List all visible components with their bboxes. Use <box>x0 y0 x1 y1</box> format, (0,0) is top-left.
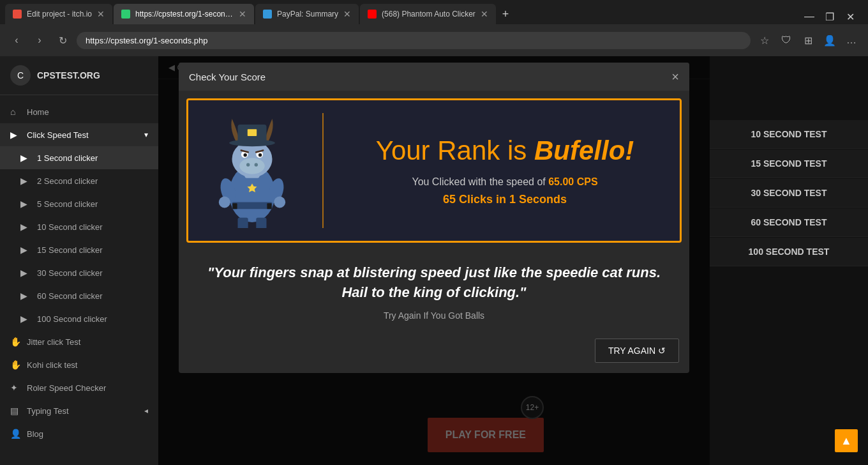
tab-close-1[interactable]: ✕ <box>97 9 105 19</box>
sidebar-label-10s: 10 Second clicker <box>37 222 148 232</box>
test-60s-button[interactable]: 60 SECOND TEST <box>710 208 868 237</box>
cursor-icon-1: ▶ <box>20 153 31 163</box>
sidebar-item-100-second[interactable]: ▶ 100 Second clicker <box>0 307 158 330</box>
sidebar-item-jitter[interactable]: ✋ Jitter click Test <box>0 330 158 353</box>
roler-icon: ✦ <box>10 383 20 393</box>
sidebar-logo: C CPSTEST.ORG <box>0 56 158 95</box>
rank-text: Your Rank is Bufello! <box>343 135 667 166</box>
score-card: Your Rank is Bufello! You Clicked with t… <box>186 98 682 243</box>
tab-bar: Edit project - itch.io ✕ https://cpstest… <box>0 0 868 24</box>
address-input[interactable] <box>77 32 751 49</box>
bookmark-star-icon[interactable]: ☆ <box>756 31 774 49</box>
cursor-icon-3: ▶ <box>20 199 31 209</box>
collections-icon[interactable]: ⊞ <box>799 31 817 49</box>
settings-icon[interactable]: … <box>842 31 860 49</box>
rank-prefix: Your Rank is <box>376 135 534 165</box>
sidebar-label-30s: 30 Second clicker <box>37 268 148 278</box>
rank-name: Bufello! <box>534 135 634 165</box>
scroll-to-top-button[interactable]: ▲ <box>835 429 858 452</box>
shield-icon[interactable]: 🛡 <box>777 31 795 49</box>
quote-text: "Your fingers snap at blistering speed j… <box>194 263 674 303</box>
svg-point-11 <box>255 163 258 166</box>
score-info: Your Rank is Bufello! You Clicked with t… <box>343 135 667 206</box>
sidebar-item-roler[interactable]: ✦ Roler Speed Checker <box>0 376 158 399</box>
sidebar-item-15-second[interactable]: ▶ 15 Second clicker <box>0 238 158 261</box>
content-area: ◀ Click here to Full Score Check Your Sc… <box>158 56 710 465</box>
sidebar-menu: ⌂ Home ▶ Click Speed Test ▾ ▶ 1 Second c… <box>0 95 158 450</box>
tab-2[interactable]: https://cpstest.org/1-seconds.ph ✕ <box>114 4 254 24</box>
svg-rect-25 <box>232 203 237 209</box>
tab-1[interactable]: Edit project - itch.io ✕ <box>5 4 112 24</box>
minimize-button[interactable]: — <box>802 9 817 24</box>
cursor-icon-6: ▶ <box>20 268 31 278</box>
collapse-arrow-icon: ◂ <box>144 406 148 415</box>
tab-label-3: PayPal: Summary <box>277 10 338 19</box>
test-100s-button[interactable]: 100 SECOND TEST <box>710 238 868 266</box>
sidebar-item-blog[interactable]: 👤 Blog <box>0 422 158 445</box>
cps-label: You Clicked with the speed of <box>412 176 548 187</box>
typing-icon: ▤ <box>10 406 20 416</box>
character-container <box>201 113 303 228</box>
home-icon: ⌂ <box>10 107 20 117</box>
main-layout: C CPSTEST.ORG ⌂ Home ▶ Click Speed Test … <box>0 56 868 465</box>
modal-header: Check Your Score × <box>179 63 689 91</box>
cursor-icon-8: ▶ <box>20 314 31 324</box>
modal-title: Check Your Score <box>189 72 266 82</box>
svg-point-10 <box>246 163 250 166</box>
svg-rect-1 <box>232 202 273 210</box>
sidebar-item-30-second[interactable]: ▶ 30 Second clicker <box>0 261 158 284</box>
tab-label-2: https://cpstest.org/1-seconds.ph <box>135 10 234 19</box>
svg-point-6 <box>274 197 285 208</box>
sidebar-item-2-second[interactable]: ▶ 2 Second clicker <box>0 169 158 192</box>
svg-rect-21 <box>238 218 248 228</box>
tab-favicon-2 <box>121 10 130 19</box>
back-button[interactable]: ‹ <box>8 31 26 49</box>
test-30s-button[interactable]: 30 SECOND TEST <box>710 179 868 208</box>
sidebar-label-home: Home <box>27 107 148 117</box>
sidebar-item-60-second[interactable]: ▶ 60 Second clicker <box>0 284 158 307</box>
window-controls: — ❐ ✕ <box>802 9 863 24</box>
clicks-text: 65 Clicks in 1 Seconds <box>343 193 667 206</box>
tab-close-2[interactable]: ✕ <box>239 9 246 19</box>
tab-close-4[interactable]: ✕ <box>481 9 488 19</box>
sidebar-item-click-speed-test[interactable]: ▶ Click Speed Test ▾ <box>0 123 158 146</box>
sidebar-label-roler: Roler Speed Checker <box>27 383 148 393</box>
expand-arrow-icon: ▾ <box>144 130 148 139</box>
test-10s-button[interactable]: 10 SECOND TEST <box>710 120 868 149</box>
sidebar-item-10-second[interactable]: ▶ 10 Second clicker <box>0 215 158 238</box>
modal-close-button[interactable]: × <box>671 70 679 83</box>
browser-chrome: Edit project - itch.io ✕ https://cpstest… <box>0 0 868 56</box>
sidebar-label-cst: Click Speed Test <box>27 130 138 140</box>
sidebar: C CPSTEST.ORG ⌂ Home ▶ Click Speed Test … <box>0 56 158 465</box>
maximize-button[interactable]: ❐ <box>822 9 837 24</box>
tab-close-3[interactable]: ✕ <box>343 9 351 19</box>
sidebar-item-kohi[interactable]: ✋ Kohi click test <box>0 353 158 376</box>
tab-label-4: (568) Phantom Auto Clicker <box>382 10 475 19</box>
close-button[interactable]: ✕ <box>842 9 858 24</box>
modal-overlay: Check Your Score × <box>158 56 710 465</box>
profile-icon[interactable]: 👤 <box>821 31 839 49</box>
tab-3[interactable]: PayPal: Summary ✕ <box>255 4 359 24</box>
sidebar-label-100s: 100 Second clicker <box>37 314 148 324</box>
cps-value: 65.00 CPS <box>548 176 597 187</box>
tab-4[interactable]: (568) Phantom Auto Clicker ✕ <box>360 4 496 24</box>
sidebar-item-5-second[interactable]: ▶ 5 Second clicker <box>0 192 158 215</box>
svg-rect-26 <box>267 203 271 209</box>
new-tab-button[interactable]: + <box>497 4 514 24</box>
try-again-link[interactable]: Try Again If You Got Balls <box>194 310 674 321</box>
cursor-icon-0: ▶ <box>10 130 20 140</box>
try-again-button[interactable]: TRY AGAIN ↺ <box>595 339 679 363</box>
forward-button[interactable]: › <box>31 31 49 49</box>
tab-favicon-1 <box>13 10 22 19</box>
cps-text: You Clicked with the speed of 65.00 CPS <box>343 176 667 188</box>
score-divider <box>322 113 324 228</box>
reload-button[interactable]: ↻ <box>54 31 71 49</box>
cursor-icon-2: ▶ <box>20 176 31 186</box>
sidebar-item-typing[interactable]: ▤ Typing Test ◂ <box>0 399 158 422</box>
sidebar-item-home[interactable]: ⌂ Home <box>0 100 158 123</box>
character-svg <box>207 113 297 228</box>
sidebar-item-1-second[interactable]: ▶ 1 Second clicker <box>0 146 158 169</box>
svg-point-5 <box>219 197 230 208</box>
sidebar-label-15s: 15 Second clicker <box>37 245 148 255</box>
test-15s-button[interactable]: 15 SECOND TEST <box>710 149 868 178</box>
